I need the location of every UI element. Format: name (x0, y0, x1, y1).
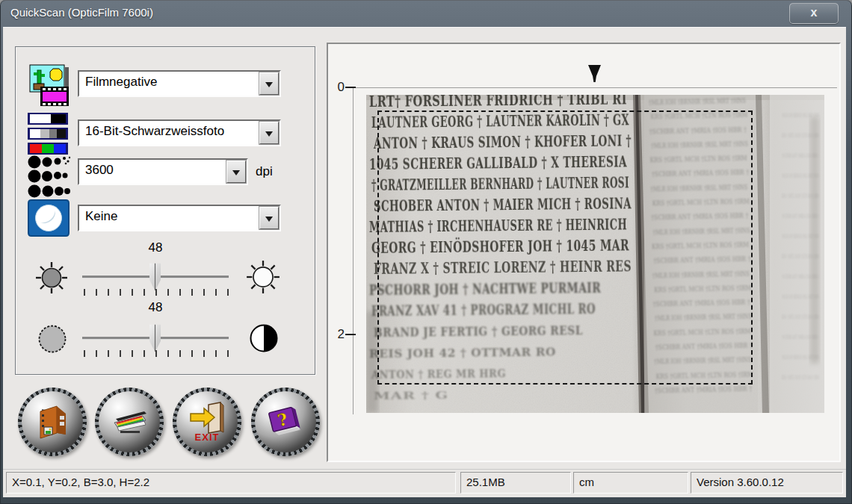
chevron-down-icon (265, 131, 273, 137)
exit-button[interactable]: EXIT (173, 388, 241, 456)
status-selection: X=0.1, Y=0.2, B=3.0, H=2.2 (6, 472, 456, 494)
ruler-label-bottom: 2 (331, 327, 345, 342)
manuscript-line: †MLR IOH †BRNHR †RSL MRT †HNS (782, 293, 819, 300)
scanbed-frame-top (353, 87, 837, 88)
film-source-icon (28, 63, 72, 112)
scanbed-frame-left (353, 87, 354, 414)
window-title: QuickScan (OpticFilm 7600i) (10, 0, 153, 25)
manuscript-line: †MLR IOH †BRNHR †RSL MRT †HNS (782, 172, 819, 179)
manuscript-line: KRS †GRTL MCH †LTN ROS †IRM (782, 193, 819, 199)
title-bar: QuickScan (OpticFilm 7600i) x (0, 0, 852, 27)
source-value: Filmnegative (85, 75, 157, 90)
close-button[interactable]: x (789, 3, 839, 24)
album-button[interactable] (18, 388, 87, 456)
filter-dropdown-arrow[interactable] (259, 207, 279, 229)
source-dropdown[interactable]: Filmnegative (78, 70, 281, 97)
gray-circle-icon (36, 323, 69, 358)
selection-marquee[interactable] (377, 111, 753, 385)
filter-icon (25, 197, 72, 242)
quickscan-window: QuickScan (OpticFilm 7600i) x Filmnegati… (0, 0, 852, 504)
manuscript-line: LRT† FORSLINER FRIDRICH † TRIBL RI (369, 95, 627, 111)
dpi-label: dpi (256, 164, 273, 179)
preview-panel: 0 2 (327, 43, 841, 462)
album-icon (22, 391, 83, 452)
ruler-label-top: 0 (331, 80, 345, 95)
manuscript-line: †SCHBR ANT †MRIA †IOS HBR † (782, 334, 819, 340)
exit-door-icon: EXIT (176, 391, 238, 452)
resolution-dropdown[interactable]: 3600 (78, 158, 248, 185)
help-book-icon: ? (255, 391, 316, 452)
contrast-ticks (84, 350, 229, 357)
manuscript-line: MAR † G (374, 390, 448, 402)
scanner-icon (99, 391, 160, 452)
filter-value: Keine (85, 209, 117, 224)
manuscript-line: KRS †GRTL MCH †LTN ROS †IRM (782, 314, 819, 320)
color-depth-value: 16-Bit-Schwarzweissfoto (85, 124, 224, 139)
status-version: Version 3.60.0.12 (691, 472, 843, 494)
resolution-dropdown-arrow[interactable] (226, 161, 246, 183)
brightness-ticks (84, 289, 229, 296)
exit-label: EXIT (195, 432, 220, 443)
status-filesize: 25.1MB (460, 472, 571, 494)
contrast-value: 48 (139, 300, 172, 315)
ruler-tick-top (345, 87, 356, 88)
status-bar: X=0.1, Y=0.2, B=3.0, H=2.2 25.1MB cm Ver… (3, 469, 846, 497)
color-depth-icon (27, 112, 70, 160)
filter-dropdown[interactable]: Keine (78, 205, 281, 231)
brightness-value: 48 (139, 240, 172, 255)
manuscript-line: †MLR IOH †BRNHR †RSL MRT †HNS (782, 112, 819, 119)
ruler-tick-bottom (345, 334, 356, 335)
bright-sun-icon (245, 259, 281, 298)
resolution-icon (27, 154, 72, 202)
manuscript-line: KRS †GRTL MCH †LTN ROS †IRM (782, 132, 819, 139)
help-button[interactable]: ? (251, 388, 320, 456)
scan-button[interactable] (95, 388, 164, 456)
contrast-icon (247, 321, 281, 358)
source-dropdown-arrow[interactable] (259, 72, 279, 95)
chevron-down-icon (265, 217, 273, 222)
color-depth-dropdown[interactable]: 16-Bit-Schwarzweissfoto (78, 119, 281, 146)
manuscript-line: KRS †GRTL MCH †LTN ROS †IRM (782, 374, 819, 381)
chevron-down-icon (265, 82, 273, 87)
manuscript-line: †MLR IOH †BRNHR †RSL MRT †HNS (782, 233, 819, 240)
status-unit: cm (573, 472, 688, 494)
manuscript-line: †MLR IOH †BRNHR †RSL MRT †HNS (782, 354, 819, 361)
chevron-down-icon (232, 170, 240, 175)
resolution-value: 3600 (85, 163, 114, 178)
ruler-marker-icon[interactable] (588, 65, 601, 82)
manuscript-line: †SCHBR ANT †MRIA †IOS HBR † (782, 152, 819, 159)
manuscript-line: †SCHBR ANT †MRIA †IOS HBR † (782, 273, 819, 280)
color-depth-dropdown-arrow[interactable] (259, 122, 279, 144)
manuscript-line: KRS †GRTL MCH †LTN ROS †IRM (782, 253, 819, 260)
dim-sun-icon (34, 261, 69, 298)
manuscript-line: †SCHBR ANT †MRIA †IOS HBR † (782, 213, 819, 220)
